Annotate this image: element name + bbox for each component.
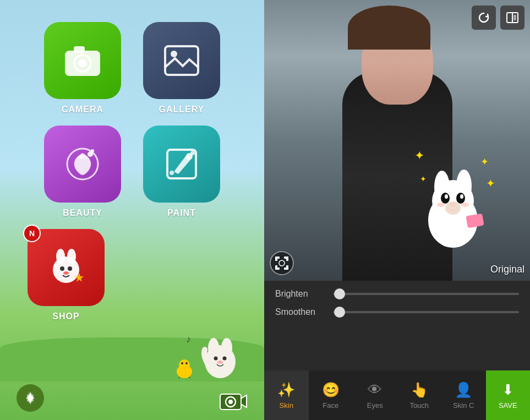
- rotate-button[interactable]: [472, 6, 496, 30]
- shop-label: SHOP: [52, 312, 79, 321]
- svg-point-31: [185, 362, 188, 364]
- tab-save[interactable]: ⬇ SAVE: [486, 370, 531, 420]
- save-tab-icon: ⬇: [502, 381, 514, 399]
- skin-c-tab-label: Skin C: [453, 401, 474, 410]
- tab-touch[interactable]: 👆 Touch: [397, 370, 442, 420]
- smoothen-track[interactable]: [333, 311, 519, 313]
- face-tab-icon: 😊: [322, 381, 340, 399]
- svg-point-11: [190, 151, 195, 155]
- photo-toolbar: [472, 6, 524, 30]
- svg-text:✦: ✦: [480, 156, 489, 167]
- tab-face[interactable]: 😊 Face: [309, 370, 353, 420]
- tab-skin-c[interactable]: 👤 Skin C: [441, 370, 486, 420]
- svg-point-14: [56, 249, 65, 264]
- compare-button[interactable]: [500, 6, 524, 30]
- svg-text:✦: ✦: [420, 174, 427, 183]
- gallery-icon-bg[interactable]: [143, 22, 220, 99]
- svg-line-33: [189, 377, 192, 378]
- save-tab-label: SAVE: [499, 401, 517, 410]
- svg-point-5: [171, 51, 177, 57]
- shop-icon-bg[interactable]: N: [28, 229, 105, 306]
- svg-point-12: [170, 171, 174, 175]
- svg-point-68: [279, 260, 285, 266]
- sticker-overlay: ✦ ✦ ✦ ✦: [409, 138, 497, 248]
- app-item-beauty[interactable]: BEAUTY: [44, 126, 121, 218]
- svg-point-49: [456, 193, 465, 204]
- bunny-sticker-svg: ✦ ✦ ✦ ✦: [409, 138, 497, 248]
- touch-tab-label: Touch: [409, 401, 429, 410]
- svg-point-17: [68, 266, 72, 271]
- svg-point-51: [460, 194, 463, 199]
- svg-point-48: [441, 193, 450, 204]
- brighten-row: Brighten: [275, 289, 519, 299]
- right-panel: ✦ ✦ ✦ ✦: [264, 0, 530, 420]
- svg-rect-4: [165, 46, 198, 75]
- beauty-svg: [61, 142, 105, 186]
- camera-icon-bg[interactable]: [44, 22, 121, 99]
- line-characters: ♪: [154, 290, 253, 380]
- hair-area: [348, 6, 430, 50]
- svg-point-18: [63, 271, 69, 275]
- svg-point-29: [179, 359, 190, 370]
- svg-point-55: [437, 203, 445, 207]
- left-panel: CAMERA GALLERY: [0, 0, 264, 420]
- photo-area: ✦ ✦ ✦ ✦: [264, 0, 530, 281]
- svg-rect-61: [275, 257, 277, 261]
- smoothen-label: Smoothen: [275, 307, 325, 317]
- tab-skin[interactable]: ✨ Skin: [264, 370, 309, 420]
- eyes-tab-label: Eyes: [367, 401, 383, 410]
- svg-text:♪: ♪: [186, 334, 191, 345]
- svg-text:✦: ✦: [486, 177, 495, 189]
- smoothen-row: Smoothen: [275, 307, 519, 317]
- smoothen-thumb[interactable]: [334, 307, 345, 318]
- new-badge: N: [23, 225, 41, 242]
- svg-point-26: [217, 361, 223, 364]
- svg-rect-3: [74, 46, 85, 53]
- svg-point-15: [67, 249, 76, 264]
- svg-rect-65: [275, 265, 277, 270]
- app-item-shop[interactable]: N SHOP: [28, 229, 105, 321]
- face-detect-button[interactable]: [270, 251, 294, 275]
- skin-tab-icon: ✨: [277, 381, 295, 399]
- app-item-paint[interactable]: PAINT: [143, 126, 220, 218]
- tabs-bar: ✨ Skin 😊 Face 👁 Eyes 👆 Touch 👤 Skin C ⬇ …: [264, 370, 530, 420]
- rotate-icon: [477, 11, 490, 24]
- paint-icon-bg[interactable]: [143, 126, 220, 203]
- camera-label: CAMERA: [62, 105, 103, 114]
- svg-point-53: [445, 201, 461, 215]
- app-grid: CAMERA GALLERY: [17, 22, 248, 218]
- skin-c-tab-icon: 👤: [455, 381, 472, 399]
- app-item-camera[interactable]: CAMERA: [44, 22, 121, 114]
- paint-label: PAINT: [167, 208, 196, 218]
- controls-area: Brighten Smoothen: [264, 281, 530, 334]
- beauty-label: BEAUTY: [63, 208, 102, 218]
- svg-line-32: [177, 377, 179, 378]
- svg-text:✦: ✦: [414, 149, 424, 162]
- svg-point-50: [445, 194, 448, 199]
- app-item-gallery[interactable]: GALLERY: [143, 22, 220, 114]
- svg-rect-67: [286, 265, 288, 270]
- settings-button[interactable]: [17, 384, 44, 412]
- face-detect-icon: [274, 255, 289, 271]
- shop-svg: [44, 246, 88, 290]
- compare-icon: [506, 11, 519, 24]
- svg-point-24: [214, 357, 218, 361]
- svg-point-38: [228, 400, 233, 404]
- brighten-thumb[interactable]: [334, 288, 345, 299]
- svg-point-8: [91, 149, 94, 152]
- characters-svg: ♪: [154, 290, 253, 378]
- svg-point-16: [60, 266, 64, 271]
- svg-rect-63: [286, 257, 288, 261]
- svg-point-2: [78, 59, 87, 68]
- svg-point-30: [181, 362, 183, 364]
- brighten-track[interactable]: [333, 293, 519, 295]
- camera-shortcut-button[interactable]: [219, 390, 248, 412]
- brighten-label: Brighten: [275, 289, 325, 299]
- svg-rect-59: [513, 15, 516, 20]
- bottom-toolbar: [0, 384, 264, 420]
- svg-marker-39: [241, 395, 247, 407]
- tab-eyes[interactable]: 👁 Eyes: [353, 370, 397, 420]
- gallery-label: GALLERY: [159, 105, 205, 114]
- beauty-icon-bg[interactable]: [44, 126, 121, 203]
- skin-tab-label: Skin: [280, 401, 293, 410]
